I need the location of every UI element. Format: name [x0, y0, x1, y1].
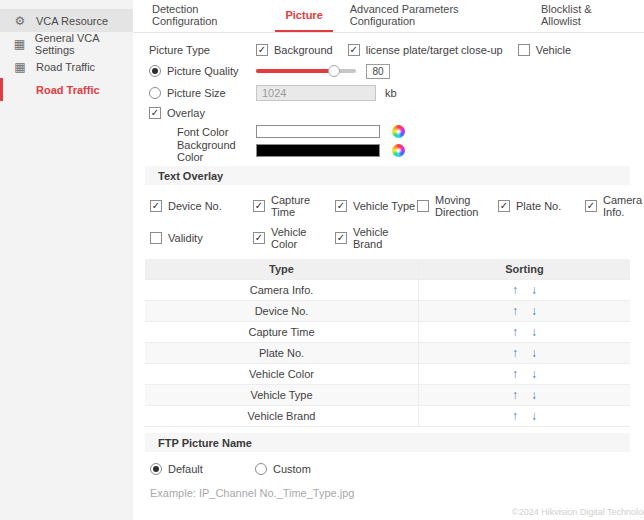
ftp-default-radio[interactable] [150, 463, 162, 475]
row-type-cell: Vehicle Color [145, 364, 418, 384]
tab-advanced-parameters-configuration[interactable]: Advanced Parameters Configuration [340, 0, 524, 32]
tab-detection-configuration[interactable]: Detection Configuration [142, 0, 268, 32]
check-icon: ✓ [337, 233, 345, 243]
checkbox-validity[interactable]: ✓ Validity [150, 226, 253, 250]
color-picker-icon[interactable] [392, 144, 405, 157]
picture-type-options: ✓ Background ✓ license plate/target clos… [256, 44, 571, 56]
checkbox-box[interactable]: ✓ [149, 107, 161, 119]
sort-up-button[interactable]: ↑ [512, 368, 518, 380]
row-type-cell: Device No. [145, 301, 418, 321]
sort-up-button[interactable]: ↑ [512, 389, 518, 401]
sort-up-button[interactable]: ↑ [512, 284, 518, 296]
tab-blocklist-allowlist[interactable]: Blocklist & Allowlist [531, 0, 637, 32]
sort-up-button[interactable]: ↑ [512, 305, 518, 317]
ftp-default-option[interactable]: Default [150, 463, 255, 475]
sidebar-item-label: VCA Resource [36, 15, 108, 27]
quality-slider[interactable] [256, 65, 356, 77]
checkbox-box[interactable]: ✓ [253, 232, 265, 244]
checkbox-box[interactable]: ✓ [518, 44, 530, 56]
checkbox-overlay[interactable]: ✓ Overlay [149, 107, 205, 119]
picture-quality-radio[interactable] [149, 65, 161, 77]
font-color-swatch[interactable] [256, 125, 380, 138]
checkbox-label: Camera Info. [603, 194, 644, 218]
picture-size-input[interactable] [256, 85, 376, 101]
checkbox-license-plate-close-up[interactable]: ✓ license plate/target close-up [348, 44, 503, 56]
tab-picture[interactable]: Picture [275, 0, 332, 32]
checkbox-background[interactable]: ✓ Background [256, 44, 333, 56]
checkbox-vehicle-brand[interactable]: ✓ Vehicle Brand [335, 226, 417, 250]
checkbox-plate-no[interactable]: ✓ Plate No. [498, 194, 585, 218]
check-icon: ✓ [151, 108, 159, 118]
sort-down-button[interactable]: ↓ [531, 347, 537, 359]
overlay-row: ✓ Overlay [149, 104, 644, 122]
sort-down-button[interactable]: ↓ [531, 284, 537, 296]
check-icon: ✓ [337, 201, 345, 211]
sort-up-button[interactable]: ↑ [512, 410, 518, 422]
quality-value-input[interactable] [366, 64, 390, 79]
row-sorting-cell: ↑ ↓ [418, 322, 630, 342]
checkbox-device-no[interactable]: ✓ Device No. [150, 194, 253, 218]
checkbox-vehicle-type[interactable]: ✓ Vehicle Type [335, 194, 417, 218]
checkbox-label: license plate/target close-up [366, 44, 503, 56]
checkbox-camera-info[interactable]: ✓ Camera Info. [585, 194, 644, 218]
sidebar-item-vca-resource[interactable]: ⚙ VCA Resource [0, 9, 133, 32]
sort-down-button[interactable]: ↓ [531, 326, 537, 338]
check-icon: ✓ [500, 201, 508, 211]
slider-handle[interactable] [328, 65, 340, 77]
checkbox-box[interactable]: ✓ [253, 200, 265, 212]
sort-down-button[interactable]: ↓ [531, 368, 537, 380]
check-icon: ✓ [587, 201, 595, 211]
checkbox-box[interactable]: ✓ [335, 232, 347, 244]
sidebar-item-label: Road Traffic [36, 61, 95, 73]
copyright-text: ©2024 Hikvision Digital Technology Co [512, 507, 644, 517]
slider-fill [256, 69, 334, 73]
ftp-custom-radio[interactable] [255, 463, 267, 475]
checkbox-box[interactable]: ✓ [256, 44, 268, 56]
checkbox-box[interactable]: ✓ [335, 200, 347, 212]
color-picker-icon[interactable] [392, 125, 405, 138]
picture-size-row: Picture Size kb [149, 82, 644, 104]
section-title: Text Overlay [158, 170, 223, 182]
checkbox-box[interactable]: ✓ [150, 232, 162, 244]
checkbox-label: Validity [168, 232, 203, 244]
picture-quality-option[interactable]: Picture Quality [149, 65, 256, 77]
checkbox-box[interactable]: ✓ [498, 200, 510, 212]
picture-size-label: Picture Size [167, 87, 226, 99]
background-color-label: Background Color [149, 139, 256, 163]
checkbox-vehicle[interactable]: ✓ Vehicle [518, 44, 571, 56]
sidebar-item-road-traffic[interactable]: ▦ Road Traffic [0, 55, 133, 78]
sort-up-button[interactable]: ↑ [512, 347, 518, 359]
check-icon: ✓ [350, 45, 358, 55]
picture-size-radio[interactable] [149, 87, 161, 99]
sort-down-button[interactable]: ↓ [531, 305, 537, 317]
row-type-cell: Camera Info. [145, 280, 418, 300]
checkbox-label: Overlay [167, 107, 205, 119]
checkbox-label: Vehicle Brand [353, 226, 417, 250]
table-row: Vehicle Type ↑ ↓ [145, 385, 630, 406]
row-sorting-cell: ↑ ↓ [418, 385, 630, 405]
sort-up-button[interactable]: ↑ [512, 326, 518, 338]
sort-down-button[interactable]: ↓ [531, 389, 537, 401]
sidebar-item-general-vca-settings[interactable]: ▦ General VCA Settings [0, 32, 133, 55]
sort-down-button[interactable]: ↓ [531, 410, 537, 422]
gear-icon: ⚙ [13, 15, 27, 27]
row-sorting-cell: ↑ ↓ [418, 301, 630, 321]
checkbox-box[interactable]: ✓ [417, 200, 429, 212]
checkbox-box[interactable]: ✓ [348, 44, 360, 56]
ftp-custom-option[interactable]: Custom [255, 463, 311, 475]
background-color-swatch[interactable] [256, 144, 380, 157]
overlay-sorting-table: Type Sorting Camera Info. ↑ ↓ Device No.… [145, 259, 630, 427]
picture-size-option[interactable]: Picture Size [149, 87, 256, 99]
checkbox-capture-time[interactable]: ✓ Capture Time [253, 194, 335, 218]
road-traffic-picture-settings-page: ⚙ VCA Resource ▦ General VCA Settings ▦ … [0, 0, 644, 520]
sidebar: ⚙ VCA Resource ▦ General VCA Settings ▦ … [0, 0, 133, 520]
checkbox-label: Plate No. [516, 200, 561, 212]
checkbox-box[interactable]: ✓ [585, 200, 597, 212]
checkbox-box[interactable]: ✓ [150, 200, 162, 212]
sidebar-item-road-traffic-sub[interactable]: Road Traffic [0, 78, 133, 101]
checkbox-vehicle-color[interactable]: ✓ Vehicle Color [253, 226, 335, 250]
picture-form: Picture Type ✓ Background ✓ license plat… [133, 33, 644, 160]
grid-icon: ▦ [13, 61, 27, 73]
checkbox-moving-direction[interactable]: ✓ Moving Direction [417, 194, 498, 218]
font-color-label: Font Color [149, 126, 256, 138]
